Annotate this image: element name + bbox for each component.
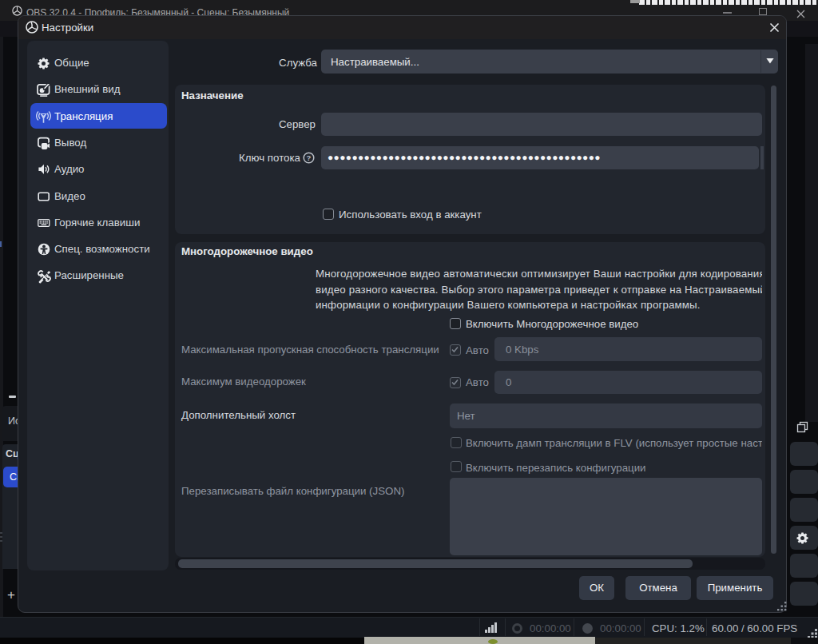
svg-text:?: ? bbox=[307, 153, 312, 162]
